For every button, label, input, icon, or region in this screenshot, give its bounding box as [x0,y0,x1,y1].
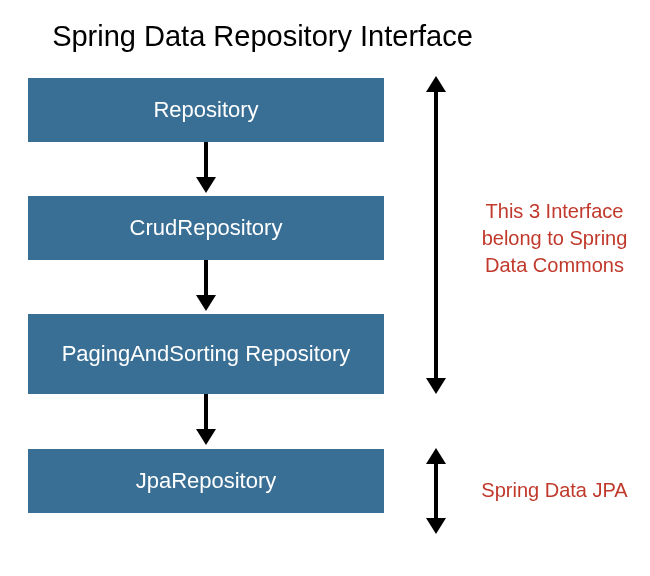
annotation-commons: This 3 Interface belong to Spring Data C… [472,198,637,279]
arrow-down-icon [204,142,208,182]
box-jpa-repository: JpaRepository [28,449,384,513]
arrow-down-icon [204,394,208,434]
box-paging-sorting-repository: PagingAndSorting Repository [28,314,384,394]
box-crud-repository: CrudRepository [28,196,384,260]
box-repository: Repository [28,78,384,142]
hierarchy-column: Repository CrudRepository PagingAndSorti… [28,78,384,513]
diagram-title: Spring Data Repository Interface [0,20,525,53]
arrow-down-icon [204,260,208,300]
range-arrow-jpa-icon [434,462,438,520]
range-arrow-commons-icon [434,90,438,380]
annotation-jpa: Spring Data JPA [472,477,637,504]
